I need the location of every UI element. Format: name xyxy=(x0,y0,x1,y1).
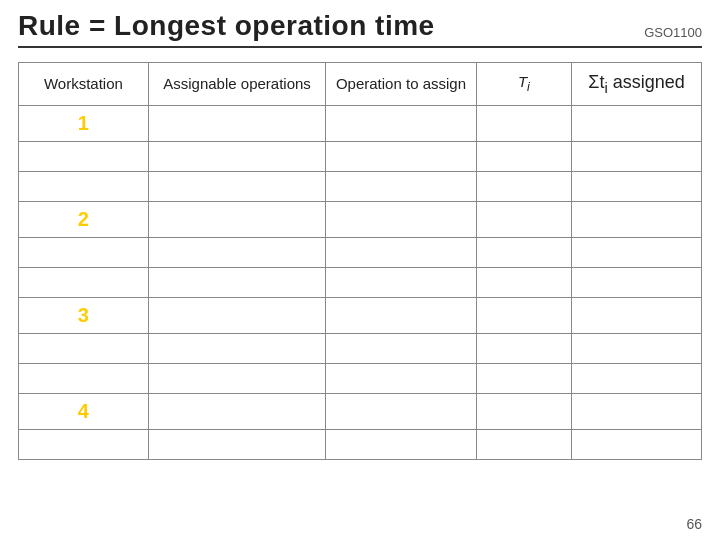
table-wrapper: Workstation Assignable operations Operat… xyxy=(18,62,702,530)
page-container: Rule = Longest operation time GSO1100 Wo… xyxy=(0,0,720,540)
operation-3a xyxy=(326,298,476,334)
col-header-operation: Operation to assign xyxy=(326,63,476,106)
page-title: Rule = Longest operation time xyxy=(18,10,435,42)
col-header-ti: Ti xyxy=(476,63,572,106)
table-row: 4 xyxy=(19,394,702,430)
table-row xyxy=(19,364,702,394)
table-row: 2 xyxy=(19,202,702,238)
sum-3a xyxy=(572,298,702,334)
table-row xyxy=(19,142,702,172)
table-row xyxy=(19,430,702,460)
sum-2a xyxy=(572,202,702,238)
ti-2a xyxy=(476,202,572,238)
workstation-1: 1 xyxy=(19,106,149,142)
table-row: 1 xyxy=(19,106,702,142)
operation-1a xyxy=(326,106,476,142)
col-header-workstation: Workstation xyxy=(19,63,149,106)
operation-2a xyxy=(326,202,476,238)
ti-4a xyxy=(476,394,572,430)
page-number: 66 xyxy=(686,516,702,532)
assignable-4a xyxy=(148,394,326,430)
assignable-1a xyxy=(148,106,326,142)
table-row xyxy=(19,334,702,364)
table-row: 3 xyxy=(19,298,702,334)
col-header-sum: Σti assigned xyxy=(572,63,702,106)
course-code: GSO1100 xyxy=(644,25,702,42)
workstation-2: 2 xyxy=(19,202,149,238)
main-table: Workstation Assignable operations Operat… xyxy=(18,62,702,460)
table-row xyxy=(19,172,702,202)
header-row: Rule = Longest operation time GSO1100 xyxy=(18,10,702,48)
assignable-3a xyxy=(148,298,326,334)
workstation-4: 4 xyxy=(19,394,149,430)
assignable-2a xyxy=(148,202,326,238)
sum-4a xyxy=(572,394,702,430)
table-row xyxy=(19,268,702,298)
col-header-assignable: Assignable operations xyxy=(148,63,326,106)
operation-4a xyxy=(326,394,476,430)
table-row xyxy=(19,238,702,268)
ti-3a xyxy=(476,298,572,334)
workstation-3: 3 xyxy=(19,298,149,334)
sum-1a xyxy=(572,106,702,142)
ti-1a xyxy=(476,106,572,142)
